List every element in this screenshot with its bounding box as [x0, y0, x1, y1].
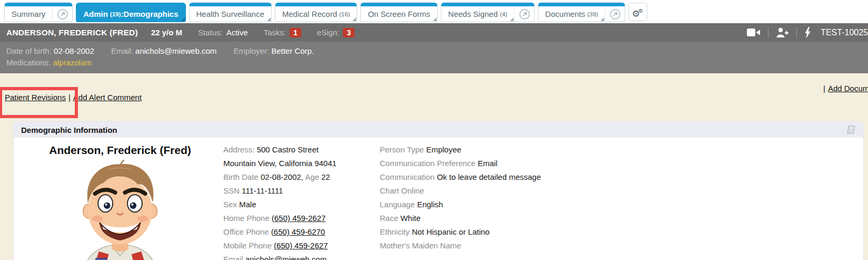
- settings-button[interactable]: ⚙⚙: [628, 3, 647, 21]
- tab-label: Admin(19):Demographics: [76, 6, 185, 22]
- field-label: Office Phone: [223, 227, 269, 236]
- demographic-row: Chart Online: [380, 184, 863, 198]
- patient-name-column: Anderson, Frederick (Fred): [17, 143, 223, 260]
- tab-count: (4): [500, 11, 507, 17]
- separator: |: [68, 93, 71, 102]
- tab-admin[interactable]: Admin(19):Demographics: [76, 3, 185, 22]
- add-person-icon[interactable]: [776, 27, 789, 37]
- field-value: Mountain View, California 94041: [223, 159, 337, 168]
- field-label: Language: [380, 200, 415, 209]
- field-value: anichols@mieweb.com: [245, 255, 327, 260]
- demographic-row: Email anichols@mieweb.com: [223, 253, 380, 260]
- esign-badge[interactable]: 3: [343, 28, 354, 37]
- external-link-icon[interactable]: [605, 6, 625, 22]
- field-label: Mobile Phone: [223, 241, 272, 250]
- patient-name: ANDERSON, FREDERICK (FRED): [6, 28, 138, 37]
- demographic-row: Office Phone (650) 459-6270: [223, 225, 380, 239]
- add-document-link[interactable]: Add Document: [828, 84, 868, 93]
- tab-count: (19): [110, 11, 121, 17]
- revision-links: Patient Revisions|Add Alert Comment: [5, 93, 142, 102]
- demographic-row: Person Type Employee: [380, 143, 863, 157]
- field-label: Chart Online: [380, 186, 424, 195]
- tab-documents[interactable]: Documents(39): [538, 3, 625, 22]
- field-label: Mother's Maiden Name: [380, 241, 461, 250]
- demographic-row: Sex Male: [223, 198, 380, 211]
- field-value: White: [400, 214, 420, 223]
- phone-link[interactable]: (650) 459-2627: [272, 214, 326, 223]
- tasks-badge[interactable]: 1: [290, 28, 301, 37]
- email-value: anichols@mieweb.com: [135, 46, 216, 55]
- patient-display-name: Anderson, Frederick (Fred): [17, 144, 223, 157]
- tab-label: Documents(39): [538, 6, 605, 22]
- patient-revisions-link[interactable]: Patient Revisions: [5, 93, 66, 102]
- demographic-row: Mobile Phone (650) 459-2627: [223, 239, 380, 253]
- tab-label: Needs Signed(4): [441, 6, 514, 22]
- red-annotation-box: [0, 87, 78, 118]
- panel-title: Demographic Information: [21, 126, 117, 134]
- chart-content-area: |Add Document Patient Revisions|Add Aler…: [0, 73, 868, 260]
- patient-header-bar: ANDERSON, FREDERICK (FRED) 22 y/o M Stat…: [0, 23, 868, 42]
- video-camera-icon[interactable]: [747, 28, 761, 37]
- demographics-right-column: Person Type Employee Communication Prefe…: [380, 143, 863, 260]
- field-label: Race: [380, 214, 398, 223]
- status-label: Status:: [198, 28, 223, 37]
- field-label: Home Phone: [223, 214, 270, 223]
- divider: [768, 27, 768, 38]
- tab-label: On Screen Forms: [361, 6, 437, 22]
- tab-needs-signed[interactable]: Needs Signed(4): [441, 3, 535, 22]
- field-label: Sex: [223, 200, 237, 209]
- field-label: SSN: [223, 186, 240, 195]
- field-value: Ok to leave detailed message: [437, 172, 541, 181]
- external-link-icon[interactable]: [52, 6, 72, 22]
- phone-link[interactable]: (650) 459-6270: [271, 227, 326, 236]
- chart-id: TEST-10025: [821, 28, 868, 37]
- esign-label: eSign:: [317, 28, 340, 37]
- tab-medical-record[interactable]: Medical Record(16): [275, 3, 358, 22]
- field-label: Email: [223, 255, 243, 260]
- book-icon[interactable]: [846, 126, 856, 134]
- panel-header: Demographic Information: [14, 122, 863, 138]
- tab-label: Health Surveillance: [190, 6, 271, 22]
- field-value: Male: [239, 200, 257, 209]
- divider: [796, 27, 797, 38]
- external-link-icon[interactable]: [514, 6, 534, 22]
- tab-count: (39): [587, 11, 598, 17]
- tab-summary[interactable]: Summary: [4, 3, 73, 22]
- info-line-1: Date of birth: 02-08-2002 Email: anichol…: [6, 45, 862, 57]
- field-value: Email: [478, 159, 498, 168]
- tab-health-surveillance[interactable]: Health Surveillance: [189, 3, 272, 22]
- field-label: Address:: [223, 145, 254, 154]
- field-label: Communication: [380, 172, 435, 181]
- demographic-row: Communication Preference Email: [380, 157, 863, 170]
- patient-age-sex: 22 y/o M: [151, 28, 182, 37]
- small-gear-icon: ⚙: [638, 8, 643, 14]
- employer-value: Better Corp.: [271, 46, 314, 55]
- phone-link[interactable]: (650) 459-2627: [274, 241, 328, 250]
- demographic-row: Birth Date 02-08-2002, Age 22: [223, 170, 380, 184]
- employer-label: Employer:: [233, 46, 269, 55]
- demographic-row: Communication Ok to leave detailed messa…: [380, 170, 863, 184]
- field-value: Not Hispanic or Latino: [412, 227, 490, 236]
- tab-label: Summary: [5, 6, 52, 22]
- tasks-label: Tasks:: [264, 28, 287, 37]
- tab-bar: SummaryAdmin(19):DemographicsHealth Surv…: [0, 0, 868, 23]
- field-label: Ethnicity: [380, 227, 410, 236]
- lightning-icon[interactable]: [804, 27, 811, 38]
- add-document-linkset: |Add Document: [823, 84, 868, 93]
- info-line-2: Medications: alprazolam: [6, 57, 862, 69]
- field-value: Employee: [426, 145, 461, 154]
- field-value: 22: [321, 172, 330, 181]
- field-label: Person Type: [380, 145, 424, 154]
- chart-tabs: SummaryAdmin(19):DemographicsHealth Surv…: [4, 3, 625, 22]
- tab-on-screen-forms[interactable]: On Screen Forms: [360, 3, 437, 22]
- patient-avatar: [17, 159, 223, 260]
- demographic-panel: Demographic Information Anderson, Freder…: [13, 121, 864, 260]
- demographic-row: Language English: [380, 198, 863, 211]
- dob-value: 02-08-2002: [54, 46, 94, 55]
- email-label: Email:: [111, 46, 133, 55]
- medications-label: Medications:: [6, 58, 51, 67]
- tab-label: Medical Record(16): [275, 6, 357, 22]
- demographics-left-column: Address: 500 Castro Street Mountain View…: [223, 143, 380, 260]
- medications-value[interactable]: alprazolam: [53, 58, 91, 67]
- add-alert-comment-link[interactable]: Add Alert Comment: [73, 93, 142, 102]
